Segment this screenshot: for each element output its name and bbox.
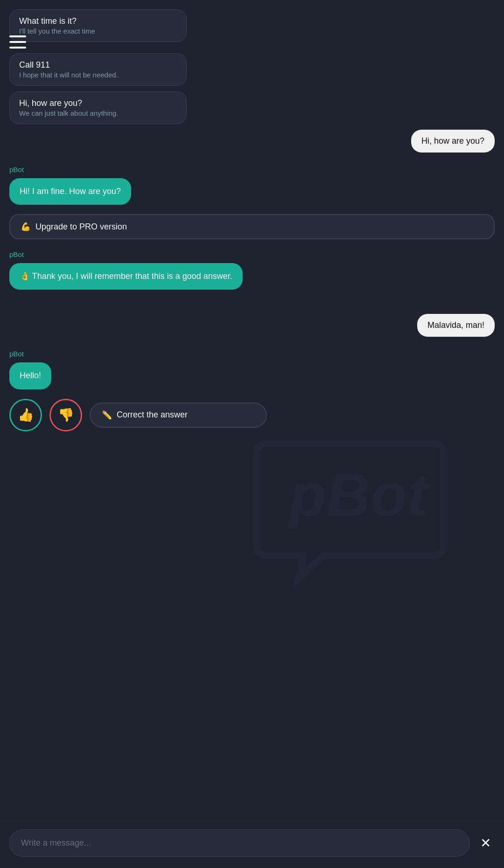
user-message-1: Hi, how are you? [9,130,495,153]
correct-answer-emoji: ✏️ [102,410,112,420]
correct-answer-label: Correct the answer [117,410,188,420]
user-bubble-1: Hi, how are you? [411,130,495,153]
suggestion-chip-call-911[interactable]: Call 911 I hope that it will not be need… [9,53,187,86]
chip-title-hi-talk: Hi, how are you? [19,98,177,108]
thumbs-up-emoji: 👍 [18,407,34,423]
thumbs-down-button[interactable]: 👎 [49,399,82,431]
correct-answer-button[interactable]: ✏️ Correct the answer [90,403,267,428]
messages-area: Hi, how are you? pBot Hi! I am fine. How… [0,124,504,868]
thumbs-up-button[interactable]: 👍 [9,399,42,431]
thumbs-down-emoji: 👎 [58,407,74,423]
upgrade-chip[interactable]: 💪 Upgrade to PRO version [9,214,495,239]
svg-rect-2 [9,41,26,43]
bot-bubble-2: 👌 Thank you, I will remember that this i… [9,263,243,290]
upgrade-emoji: 💪 [21,222,31,232]
svg-rect-1 [9,35,26,37]
chip-subtitle-call-911: I hope that it will not be needed. [19,71,177,79]
svg-rect-3 [9,47,26,49]
feedback-row: 👍 👎 ✏️ Correct the answer [9,399,495,431]
bot-message-1: Hi! I am fine. How are you? [9,178,495,205]
upgrade-label: Upgrade to PRO version [35,222,127,232]
chip-title-call-911: Call 911 [19,60,177,70]
suggestion-chips-area: What time is it? I'll tell you the exact… [0,0,504,124]
bot-label-3: pBot [9,350,495,358]
user-bubble-2: Malavida, man! [417,314,495,337]
chip-title-what-time: What time is it? [19,16,177,26]
chip-subtitle-hi-talk: We can just talk about anything. [19,109,177,117]
bot-label-1: pBot [9,166,495,174]
user-message-2: Malavida, man! [9,314,495,337]
suggestion-chip-hi-talk[interactable]: Hi, how are you? We can just talk about … [9,91,187,124]
bot-label-2: pBot [9,250,495,258]
bot-message-2: 👌 Thank you, I will remember that this i… [9,263,495,290]
bot-bubble-1: Hi! I am fine. How are you? [9,178,131,205]
bot-bubble-3: Hello! [9,362,51,389]
menu-icon[interactable] [9,35,26,51]
bot-message-3: Hello! [9,362,495,389]
